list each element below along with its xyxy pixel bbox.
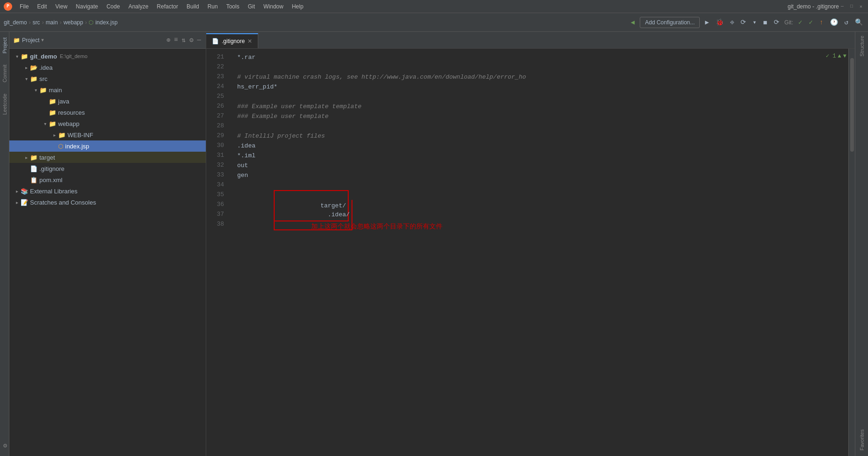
menu-tools[interactable]: Tools [223, 2, 243, 11]
menu-view[interactable]: View [52, 2, 71, 11]
tree-arrow-target: ▸ [22, 155, 30, 160]
panel-toolbar: ⊕ ≡ ⇅ ⚙ — [165, 35, 202, 45]
folder-icon: 📁 [13, 37, 20, 44]
tree-item-resources[interactable]: 📁 resources [9, 107, 206, 118]
minimize-button[interactable]: — [839, 3, 846, 10]
git-undo-icon[interactable]: ↺ [843, 17, 850, 28]
code-line-30: .idea [237, 141, 848, 151]
tree-item-scratches[interactable]: ▸ 📝 Scratches and Consoles [9, 197, 206, 208]
menu-file[interactable]: File [16, 2, 32, 11]
git-clock-icon[interactable]: 🕐 [829, 17, 839, 28]
breadcrumb-filename[interactable]: index.jsp [95, 19, 117, 26]
right-tab-favorites[interactable]: Favorites [857, 426, 867, 454]
menu-run[interactable]: Run [204, 2, 222, 11]
breadcrumb-file[interactable]: ⬡ [89, 19, 93, 26]
folder-icon-src: 📁 [30, 75, 37, 82]
code-line-27: ### Example user template [237, 111, 848, 121]
debug-icon[interactable]: 🐞 [714, 17, 725, 28]
menu-edit[interactable]: Edit [33, 2, 51, 11]
menu-build[interactable]: Build [183, 2, 203, 11]
xml-file-icon: 📋 [30, 177, 37, 184]
tree-item-pomxml[interactable]: 📋 pom.xml [9, 174, 206, 185]
coverage-icon[interactable]: ⎆ [729, 17, 735, 28]
menu-analyze[interactable]: Analyze [125, 2, 152, 11]
tree-arrow-webapp: ▾ [41, 121, 49, 126]
right-tab-structure[interactable]: Structure [857, 32, 867, 60]
profile-icon[interactable]: ⟳ [739, 17, 748, 28]
gutter-indicator: ✓ 1 ▲ ▼ [826, 52, 848, 59]
panel-collapse-icon[interactable]: ≡ [173, 35, 179, 45]
sidebar-label-leetcode[interactable]: Leetcode [0, 88, 9, 120]
tree-item-idea[interactable]: ▸ 📂 .idea [9, 62, 206, 73]
panel-locate-icon[interactable]: ⊕ [165, 35, 171, 45]
tree-item-gitdemo[interactable]: ▾ 📁 git_demo E:\git_demo [9, 51, 206, 62]
tree-arrow-idea: ▸ [22, 65, 30, 70]
git-push-icon[interactable]: ↑ [818, 17, 824, 28]
right-sidebar: Structure Favorites [855, 32, 868, 456]
code-area[interactable]: ✓ 1 ▲ ▼ *.rar # virtual machine crash lo… [230, 49, 848, 456]
tree-arrow-src: ▾ [22, 76, 30, 81]
tab-file-icon: 📄 [212, 38, 219, 44]
breadcrumb-webapp[interactable]: webapp [63, 19, 83, 26]
gutter-arrow-up[interactable]: ▲ [838, 53, 841, 59]
line-numbers: 21 22 23 24 25 26 27 28 29 30 31 32 33 3… [206, 49, 230, 456]
tree-item-java[interactable]: 📁 java [9, 96, 206, 107]
menu-window[interactable]: Window [260, 2, 287, 11]
breadcrumb-main[interactable]: main [45, 19, 58, 26]
tree-item-main[interactable]: ▾ 📁 main [9, 84, 206, 96]
search-icon[interactable]: 🔍 [853, 17, 864, 28]
folder-icon-gitdemo: 📁 [21, 53, 28, 60]
code-line-31: *.iml [237, 151, 848, 161]
tab-label: .gitignore [222, 38, 245, 44]
git-check2-icon[interactable]: ✓ [808, 17, 814, 28]
sidebar-label-project[interactable]: Project [0, 32, 9, 59]
window-controls[interactable]: — □ ✕ [839, 3, 864, 10]
tree-item-src[interactable]: ▾ 📁 src [9, 73, 206, 84]
scratches-icon: 📝 [21, 199, 28, 206]
sidebar-label-bottom[interactable]: ⚙ [0, 437, 9, 454]
menu-refactor[interactable]: Refactor [153, 2, 182, 11]
menu-help[interactable]: Help [288, 2, 307, 11]
tab-gitignore[interactable]: 📄 .gitignore ✕ [206, 33, 258, 48]
add-configuration-button[interactable]: Add Configuration... [640, 17, 700, 28]
code-line-28 [237, 121, 848, 131]
back-icon[interactable]: ◀ [629, 17, 636, 28]
project-tree: ▾ 📁 git_demo E:\git_demo ▸ 📂 .idea ▾ 📁 s… [9, 49, 206, 456]
maximize-button[interactable]: □ [848, 3, 855, 10]
menu-code[interactable]: Code [103, 2, 124, 11]
git-check-icon[interactable]: ✓ [797, 17, 803, 28]
vertical-scrollbar[interactable] [848, 49, 855, 456]
panel-dropdown-icon[interactable]: ▾ [41, 37, 44, 43]
gutter-arrow-down[interactable]: ▼ [843, 53, 846, 59]
run-icon[interactable]: ▶ [703, 17, 710, 28]
stop-icon[interactable]: ◼ [762, 17, 768, 28]
tree-arrow-gitdemo: ▾ [13, 54, 21, 59]
menu-git[interactable]: Git [244, 2, 259, 11]
folder-icon-resources: 📁 [49, 109, 56, 116]
menu-navigate[interactable]: Navigate [72, 2, 102, 11]
extlib-icon: 📚 [21, 188, 28, 195]
scrollbar-thumb[interactable] [850, 58, 854, 152]
sidebar-label-commit[interactable]: Commit [0, 59, 9, 88]
tree-item-webinf[interactable]: ▸ 📁 WEB-INF [9, 129, 206, 140]
close-button[interactable]: ✕ [858, 3, 864, 10]
panel-settings-icon[interactable]: ⚙ [188, 35, 194, 45]
toolbar-right: ◀ Add Configuration... ▶ 🐞 ⎆ ⟳ ▾ ◼ ⟳ Git… [629, 17, 864, 28]
title-bar: P File Edit View Navigate Code Analyze R… [0, 0, 868, 13]
tab-close-button[interactable]: ✕ [247, 38, 252, 44]
folder-icon-webapp: 📁 [49, 120, 56, 127]
tree-item-extlibs[interactable]: ▸ 📚 External Libraries [9, 185, 206, 197]
tree-item-gitignore[interactable]: 📄 .gitignore [9, 163, 206, 174]
tree-arrow-scratches: ▸ [13, 200, 21, 205]
tree-item-indexjsp[interactable]: ⬡ index.jsp [9, 140, 206, 152]
breadcrumb-project[interactable]: git_demo [4, 19, 27, 26]
rerun-icon[interactable]: ⟳ [772, 17, 781, 28]
panel-close-icon[interactable]: — [196, 35, 202, 45]
panel-sort-icon[interactable]: ⇅ [181, 35, 187, 45]
tree-item-target[interactable]: ▸ 📁 target [9, 152, 206, 163]
breadcrumb-src[interactable]: src [32, 19, 40, 26]
menu-bar[interactable]: File Edit View Navigate Code Analyze Ref… [16, 2, 788, 11]
main-layout: Project Commit Leetcode ⚙ 📁 Project ▾ ⊕ … [0, 32, 868, 456]
dropdown-icon[interactable]: ▾ [751, 17, 758, 28]
tree-item-webapp[interactable]: ▾ 📁 webapp [9, 118, 206, 129]
